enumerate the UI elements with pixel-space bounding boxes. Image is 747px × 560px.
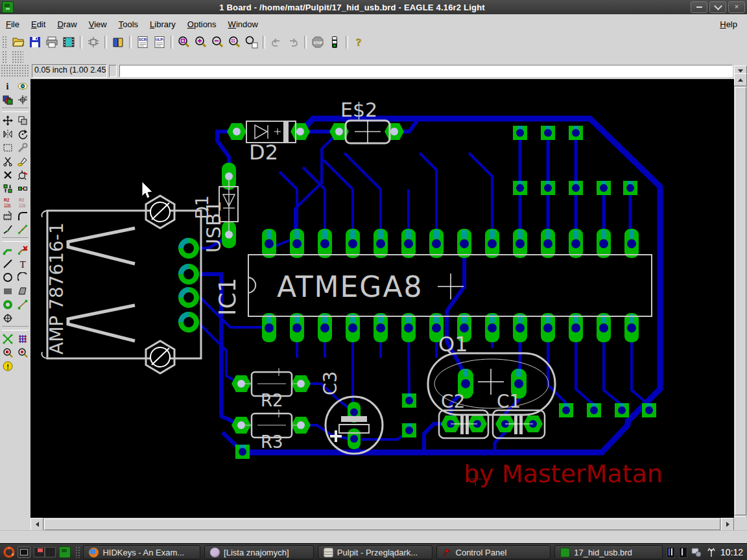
menu-view[interactable]: View bbox=[83, 17, 113, 32]
mark-tool[interactable] bbox=[16, 93, 30, 106]
menu-draw[interactable]: Draw bbox=[51, 17, 82, 32]
task-file-manager[interactable]: Pulpit - Przeglądark... bbox=[318, 545, 433, 559]
open-button[interactable] bbox=[10, 35, 26, 49]
coordinate-display: 0.05 inch (1.00 2.45) bbox=[32, 64, 107, 78]
menu-library[interactable]: Library bbox=[144, 17, 182, 32]
run-ulp-button[interactable]: ULP: bbox=[152, 35, 167, 49]
keyboard-indicator-1-icon[interactable] bbox=[667, 547, 675, 558]
maximize-button[interactable] bbox=[709, 1, 726, 13]
drc-tool[interactable] bbox=[1, 345, 15, 359]
command-input[interactable] bbox=[119, 65, 733, 77]
workspace-2[interactable] bbox=[45, 547, 56, 557]
help-button[interactable]: ? bbox=[351, 35, 367, 49]
stop-button[interactable]: STOP bbox=[310, 35, 326, 49]
rotate-tool[interactable] bbox=[16, 127, 30, 141]
group-tool[interactable] bbox=[1, 141, 15, 154]
minimize-button[interactable] bbox=[691, 1, 707, 13]
menu-window[interactable]: Window bbox=[222, 17, 264, 32]
zoom-redraw-button[interactable] bbox=[244, 35, 259, 49]
task-eagle-board[interactable]: 17_hid_usb.brd bbox=[554, 545, 663, 559]
menu-edit[interactable]: Edit bbox=[25, 17, 51, 32]
vertical-scroll-thumb[interactable] bbox=[735, 87, 746, 515]
menu-help[interactable]: Help bbox=[714, 17, 743, 32]
keyboard-indicator-2-icon[interactable] bbox=[679, 547, 687, 558]
move-tool[interactable] bbox=[1, 113, 15, 127]
board-schematic-button[interactable] bbox=[86, 35, 101, 49]
wire-tool[interactable] bbox=[1, 257, 15, 270]
task-firefox[interactable]: HIDKeys - An Exam... bbox=[83, 545, 200, 559]
board-editor-canvas[interactable]: AMP 787616-1 USB1 D1 IC1 C3 D2 E$2 ATMEG… bbox=[30, 79, 734, 517]
circle-tool[interactable] bbox=[1, 270, 15, 284]
polygon-tool[interactable] bbox=[16, 284, 30, 298]
route-tool[interactable] bbox=[1, 243, 15, 257]
parameter-toolbar-grip2[interactable] bbox=[12, 51, 23, 64]
rect-tool[interactable] bbox=[1, 284, 15, 298]
zoom-fit-button[interactable] bbox=[176, 35, 192, 49]
network-icon[interactable] bbox=[706, 547, 717, 557]
mouse-cursor bbox=[142, 181, 152, 198]
task-control-panel[interactable]: Control Panel bbox=[436, 545, 551, 559]
close-button[interactable]: × bbox=[728, 1, 745, 13]
menu-options[interactable]: Options bbox=[182, 17, 222, 32]
workspace-1[interactable] bbox=[34, 547, 45, 557]
ratsnest-tool[interactable] bbox=[1, 332, 15, 345]
name-tool[interactable]: R210k bbox=[1, 195, 15, 209]
delete-tool[interactable] bbox=[1, 168, 15, 181]
menu-tools[interactable]: Tools bbox=[113, 17, 144, 32]
workspace-pager[interactable] bbox=[34, 547, 56, 557]
redo-button[interactable] bbox=[285, 35, 301, 49]
display-tool[interactable] bbox=[1, 93, 15, 106]
pinswap-tool[interactable] bbox=[1, 181, 15, 195]
menu-file[interactable]: File bbox=[0, 17, 25, 32]
palette-grip[interactable] bbox=[1, 64, 29, 78]
ripup-tool[interactable] bbox=[16, 243, 30, 257]
value-tool[interactable]: R210k bbox=[16, 195, 30, 209]
paste-tool[interactable] bbox=[16, 154, 30, 168]
signal-tool[interactable] bbox=[16, 298, 30, 311]
split-tool[interactable] bbox=[1, 222, 15, 236]
use-library-button[interactable] bbox=[110, 35, 126, 49]
ubuntu-menu-icon[interactable] bbox=[3, 546, 15, 558]
scroll-up-button[interactable] bbox=[734, 73, 747, 86]
scroll-right-button[interactable] bbox=[721, 518, 734, 531]
display-settings-icon[interactable] bbox=[691, 547, 702, 557]
vertical-scrollbar[interactable] bbox=[734, 73, 747, 529]
show-tool[interactable] bbox=[16, 79, 30, 93]
add-tool[interactable] bbox=[16, 168, 30, 181]
change-tool[interactable] bbox=[16, 141, 30, 154]
toolbar-grip[interactable] bbox=[2, 36, 8, 49]
taskbar-grip bbox=[75, 546, 81, 558]
zoom-select-button[interactable] bbox=[227, 35, 243, 49]
traffic-light-icon[interactable] bbox=[327, 35, 342, 49]
task-pidgin[interactable]: [Lista znajomych] bbox=[204, 545, 314, 559]
copy-tool[interactable] bbox=[16, 113, 30, 127]
eagle-launcher-icon[interactable] bbox=[59, 546, 71, 558]
smash-tool[interactable] bbox=[1, 209, 15, 222]
text-tool[interactable]: T bbox=[16, 257, 30, 270]
status-bar bbox=[0, 530, 747, 543]
save-button[interactable] bbox=[27, 35, 43, 49]
horizontal-scrollbar[interactable] bbox=[30, 517, 734, 531]
auto-tool[interactable] bbox=[16, 332, 30, 345]
miter-tool[interactable] bbox=[16, 209, 30, 222]
undo-button[interactable] bbox=[268, 35, 284, 49]
zoom-in-button[interactable] bbox=[193, 35, 209, 49]
zoom-out-button[interactable] bbox=[210, 35, 226, 49]
cam-processor-button[interactable] bbox=[61, 35, 77, 49]
replace-tool[interactable] bbox=[16, 181, 30, 195]
info-tool[interactable]: i bbox=[1, 79, 15, 93]
via-tool[interactable] bbox=[1, 298, 15, 311]
screen-tool-icon[interactable] bbox=[18, 546, 30, 558]
cut-tool[interactable] bbox=[1, 154, 15, 168]
script-button[interactable]: SCR: bbox=[135, 35, 150, 49]
errors-tool[interactable]: ! bbox=[1, 359, 15, 373]
optimize-tool[interactable] bbox=[16, 222, 30, 236]
print-button[interactable] bbox=[44, 35, 60, 49]
mirror-tool[interactable] bbox=[1, 127, 15, 141]
horizontal-scroll-thumb[interactable] bbox=[44, 519, 720, 530]
scroll-left-button[interactable] bbox=[30, 518, 43, 531]
parameter-toolbar-grip[interactable] bbox=[2, 51, 8, 64]
arc-tool[interactable] bbox=[16, 270, 30, 284]
erc-tool[interactable] bbox=[16, 345, 30, 359]
hole-tool[interactable] bbox=[1, 311, 15, 325]
